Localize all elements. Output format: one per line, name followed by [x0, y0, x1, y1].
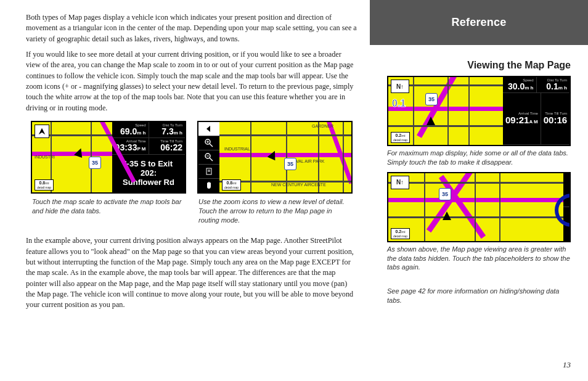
highway-shield: 35: [425, 93, 438, 105]
compass-text: N↑: [396, 83, 404, 90]
main-text-column: Both types of Map pages display a vehicl…: [0, 0, 370, 381]
scale-sub: detail map: [393, 138, 407, 142]
route-line3: Sunflower Rd: [113, 178, 184, 187]
info-button[interactable]: [198, 165, 219, 179]
compass-icon: N↑: [391, 176, 409, 189]
zoom-out-button[interactable]: [198, 150, 219, 165]
data-panel: Speed 30.0m h Dist To Turn 0.1m h Arriva…: [503, 77, 570, 145]
figure-2-col: INDUSTRIAL NAVAL AIR PARK NEW CENTURY AI…: [197, 121, 353, 225]
street-label: GARDNER: [312, 124, 333, 128]
dist-tab[interactable]: Dist To Turn 7.3m h: [149, 122, 186, 137]
scale-sub: detail map: [393, 234, 407, 238]
map-scale-button[interactable]: 0.2mi detail map: [391, 228, 410, 239]
speed-unit: m h: [137, 130, 145, 136]
scale-unit: mi: [45, 181, 49, 185]
highway-shield: 35: [439, 188, 451, 200]
map-canvas: INDUSTRI 35 0.8mi detail map: [32, 122, 112, 192]
map-screenshot-3: N↑ 35 0.1 0.2mi detail map: [387, 76, 571, 146]
speed-tab[interactable]: Speed 69.0m h: [112, 122, 149, 137]
map-canvas[interactable]: INDUSTRIAL NAVAL AIR PARK NEW CENTURY AI…: [219, 122, 351, 192]
sidebar-column: Reference Viewing the Map Page N↑ 35 0.1: [370, 0, 588, 381]
scale-unit: mi: [401, 230, 405, 234]
svg-line-6: [210, 158, 213, 161]
figure-1-caption: Touch the map scale to activate the map …: [32, 197, 185, 216]
svg-marker-0: [39, 128, 46, 135]
figure-row: INDUSTRI 35 0.8mi detail map Speed 69.0: [31, 121, 353, 225]
figure-3-caption: For maximum map display, hide some or al…: [387, 149, 571, 167]
paragraph-1: Both types of Map pages display a vehicl…: [26, 12, 357, 44]
map-screenshot-4: N↑ 35 0.2mi detail map: [387, 172, 571, 242]
dist-unit: m h: [558, 85, 567, 91]
map-scale-button[interactable]: 0.2mi detail map: [391, 132, 410, 143]
zoom-in-button[interactable]: [198, 136, 219, 150]
vehicle-icon: [74, 147, 85, 158]
time-tab[interactable]: Time Till Turn 06:22: [149, 138, 186, 154]
paragraph-3: In the example above, your current drivi…: [26, 236, 357, 310]
figure-4-caption: As shown above, the Map page viewing are…: [387, 245, 571, 272]
figure-2-caption: Use the zoom icons to view a new level o…: [198, 197, 351, 225]
route-line2: 202:: [113, 169, 184, 178]
speed-value: 69.0: [120, 126, 137, 136]
pan-hand-button[interactable]: [198, 179, 219, 192]
street-label: INDUSTRIAL: [224, 147, 250, 151]
map-scale-button[interactable]: 0.8mi detail map: [222, 179, 241, 190]
compass-text: N↑: [396, 179, 404, 186]
map-scale-button[interactable]: 0.8mi detail map: [35, 179, 54, 190]
compass-icon: N↑: [391, 80, 409, 93]
vehicle-icon: [267, 149, 279, 161]
arrival-tab[interactable]: Arrival Time 09:21A M: [503, 93, 541, 144]
point-distance: 0.1: [392, 98, 406, 109]
map-screenshot-2: INDUSTRIAL NAVAL AIR PARK NEW CENTURY AI…: [197, 121, 353, 194]
arrival-ampm: P M: [137, 146, 145, 152]
time-tab[interactable]: Time Till Turn 00:16: [541, 93, 570, 144]
back-arrow-button[interactable]: [198, 122, 219, 136]
vehicle-icon: [443, 211, 451, 220]
scale-value: 0.2: [396, 229, 402, 234]
highway-shield: 35: [89, 157, 101, 169]
time-value: 06:22: [152, 143, 183, 152]
paragraph-2: If you would like to see more detail at …: [26, 49, 357, 113]
highway-shield: 35: [284, 158, 296, 170]
arrival-value: 09:21: [505, 115, 529, 125]
footnote: See page 42 for more information on hidi…: [387, 287, 571, 305]
arrival-ampm: A M: [529, 119, 537, 125]
speed-unit: m h: [525, 85, 533, 91]
reference-banner: Reference: [370, 0, 588, 45]
scale-unit: mi: [232, 181, 236, 185]
map-canvas: N↑ 35 0.2mi detail map: [388, 173, 570, 241]
street-label: NEW CENTURY AIRCENTE: [271, 182, 326, 187]
scale-value: 0.8: [39, 181, 46, 185]
map-screenshot-1: INDUSTRI 35 0.8mi detail map Speed 69.0: [31, 121, 186, 194]
scale-value: 0.2: [396, 133, 402, 137]
page-container: Both types of Map pages display a vehicl…: [0, 0, 588, 381]
svg-line-2: [210, 144, 213, 147]
map-canvas: N↑ 35 0.1 0.2mi detail map: [388, 77, 503, 145]
dist-value: 0.1: [546, 81, 558, 91]
figure-1-col: INDUSTRI 35 0.8mi detail map Speed 69.0: [31, 121, 186, 225]
vehicle-icon: [427, 117, 435, 125]
scale-sub: detail map: [224, 186, 239, 189]
map-tools-bar: [198, 122, 219, 192]
compass-icon: [35, 125, 49, 138]
speed-value: 30.0: [508, 81, 525, 91]
scale-value: 0.8: [227, 181, 233, 185]
dist-unit: m h: [174, 130, 182, 136]
dist-value: 7.3: [161, 126, 173, 136]
section-title: Viewing the Map Page: [387, 60, 571, 71]
speed-tab[interactable]: Speed 30.0m h: [503, 77, 537, 92]
dist-tab[interactable]: Dist To Turn 0.1m h: [537, 77, 570, 92]
street-label: INDUSTRI: [35, 155, 55, 159]
scale-unit: mi: [401, 134, 405, 137]
time-value: 00:16: [544, 115, 567, 126]
page-number: 13: [563, 360, 571, 370]
scale-sub: detail map: [37, 186, 51, 189]
